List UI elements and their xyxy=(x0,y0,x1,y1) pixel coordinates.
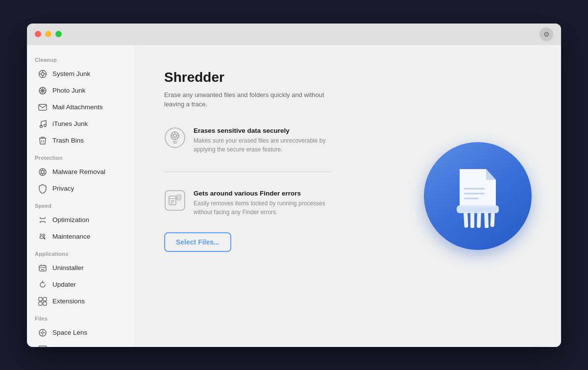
feature-list: Erases sensitive data securely Makes sur… xyxy=(164,127,341,217)
system-junk-icon xyxy=(38,69,48,79)
svg-point-30 xyxy=(42,234,44,236)
sidebar-item-label: Large & Old Files xyxy=(52,345,103,347)
svg-line-20 xyxy=(44,173,46,174)
svg-rect-46 xyxy=(39,346,47,347)
svg-point-13 xyxy=(44,124,47,126)
sidebar-item-updater[interactable]: Updater xyxy=(30,276,132,293)
sidebar-item-maintenance[interactable]: Maintenance xyxy=(30,228,132,245)
sidebar-section-protection: Protection xyxy=(27,149,135,164)
feature-item-secure-erase: Erases sensitive data securely Makes sur… xyxy=(164,127,341,154)
gear-icon: ⚙ xyxy=(543,30,550,38)
feature-item-finder-errors: Gets around various Finder errors Easily… xyxy=(164,190,341,217)
finder-errors-icon-wrap xyxy=(164,190,186,211)
feature-text-finder-errors: Gets around various Finder errors Easily… xyxy=(194,190,341,217)
titlebar: ⚙ xyxy=(27,24,561,45)
svg-rect-36 xyxy=(39,297,42,301)
shredder-circle xyxy=(424,142,532,250)
malware-icon xyxy=(38,167,48,177)
feature-title: Gets around various Finder errors xyxy=(194,190,341,197)
optimization-icon xyxy=(38,215,48,225)
svg-rect-31 xyxy=(39,266,46,271)
sidebar-item-label: Privacy xyxy=(52,185,74,192)
app-content: Cleanup System Junk xyxy=(27,45,561,347)
sidebar-item-itunes-junk[interactable]: iTunes Junk xyxy=(30,116,132,132)
space-lens-icon xyxy=(38,328,48,338)
sidebar-item-label: System Junk xyxy=(52,70,90,77)
maintenance-icon xyxy=(38,232,48,242)
secure-erase-icon-wrap xyxy=(164,127,186,148)
sidebar-item-malware-removal[interactable]: Malware Removal xyxy=(30,164,132,180)
sidebar-item-label: Trash Bins xyxy=(52,137,84,144)
svg-rect-38 xyxy=(39,302,42,305)
uninstaller-icon xyxy=(38,263,48,273)
minimize-button[interactable] xyxy=(45,31,51,37)
svg-rect-69 xyxy=(177,195,181,200)
svg-line-59 xyxy=(172,133,173,135)
sidebar-item-label: Maintenance xyxy=(52,233,90,240)
sidebar-item-label: iTunes Junk xyxy=(52,120,88,127)
mail-icon xyxy=(38,102,48,112)
sidebar-item-optimization[interactable]: Optimization xyxy=(30,212,132,228)
sidebar-item-large-old-files[interactable]: Large & Old Files xyxy=(30,341,132,347)
feature-description: Makes sure your erased files are unrecov… xyxy=(194,136,341,154)
sidebar-item-label: Optimization xyxy=(52,216,89,223)
settings-button[interactable]: ⚙ xyxy=(539,27,553,41)
svg-rect-80 xyxy=(457,205,499,213)
trash-icon xyxy=(38,136,48,146)
sidebar-item-label: Updater xyxy=(52,281,76,288)
sidebar-item-privacy[interactable]: Privacy xyxy=(30,180,132,197)
svg-point-17 xyxy=(41,171,44,173)
page-subtitle: Erase any unwanted files and folders qui… xyxy=(164,90,331,109)
feature-description: Easily removes items locked by running p… xyxy=(194,199,341,217)
updater-icon xyxy=(38,280,48,290)
svg-line-58 xyxy=(177,133,178,135)
svg-rect-76 xyxy=(470,211,474,228)
close-button[interactable] xyxy=(35,31,41,37)
feature-divider xyxy=(164,172,331,172)
main-content: Shredder Erase any unwanted files and fo… xyxy=(135,45,561,347)
page-title: Shredder xyxy=(164,70,532,85)
photo-junk-icon xyxy=(38,86,48,96)
svg-point-41 xyxy=(42,332,44,334)
sidebar-item-label: Mail Attachments xyxy=(52,103,103,111)
svg-rect-77 xyxy=(477,212,481,228)
sidebar-item-label: Uninstaller xyxy=(52,264,84,271)
svg-rect-11 xyxy=(39,104,47,110)
svg-point-1 xyxy=(41,73,44,75)
feature-title: Erases sensitive data securely xyxy=(194,127,341,134)
sidebar-section-applications: Applications xyxy=(27,245,135,260)
sidebar-section-files: Files xyxy=(27,310,135,324)
traffic-lights xyxy=(35,31,62,37)
svg-rect-78 xyxy=(484,211,489,227)
sidebar-item-label: Malware Removal xyxy=(52,168,105,175)
sidebar-section-speed: Speed xyxy=(27,197,135,212)
privacy-icon xyxy=(38,184,48,194)
sidebar: Cleanup System Junk xyxy=(27,45,135,347)
sidebar-section-cleanup: Cleanup xyxy=(27,51,135,66)
music-icon xyxy=(38,119,48,129)
fullscreen-button[interactable] xyxy=(55,31,62,37)
svg-rect-39 xyxy=(43,302,47,305)
sidebar-item-photo-junk[interactable]: Photo Junk xyxy=(30,82,132,99)
sidebar-item-space-lens[interactable]: Space Lens xyxy=(30,324,132,341)
large-files-icon xyxy=(38,345,48,347)
sidebar-item-system-junk[interactable]: System Junk xyxy=(30,66,132,82)
svg-rect-79 xyxy=(490,212,495,227)
svg-rect-75 xyxy=(464,212,468,227)
svg-line-22 xyxy=(40,173,42,174)
sidebar-item-trash-bins[interactable]: Trash Bins xyxy=(30,132,132,149)
svg-line-23 xyxy=(40,170,42,171)
sidebar-item-label: Extensions xyxy=(52,297,85,305)
sidebar-item-extensions[interactable]: Extensions xyxy=(30,293,132,310)
feature-text-secure-erase: Erases sensitive data securely Makes sur… xyxy=(194,127,341,154)
svg-rect-37 xyxy=(43,297,47,301)
shredder-illustration xyxy=(424,142,532,250)
sidebar-item-label: Photo Junk xyxy=(52,87,86,94)
select-files-button[interactable]: Select Files... xyxy=(164,232,231,252)
extensions-icon xyxy=(38,296,48,306)
sidebar-item-mail-attachments[interactable]: Mail Attachments xyxy=(30,99,132,116)
svg-line-62 xyxy=(177,137,178,138)
sidebar-item-uninstaller[interactable]: Uninstaller xyxy=(30,260,132,276)
svg-point-56 xyxy=(173,134,176,137)
secure-erase-icon xyxy=(165,127,185,148)
